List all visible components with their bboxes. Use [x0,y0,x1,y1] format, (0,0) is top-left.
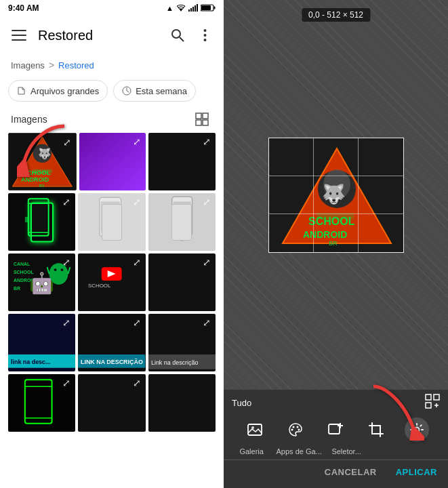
svg-text:LINK NA DESCRIÇÃO: LINK NA DESCRIÇÃO [81,359,143,365]
search-button[interactable] [164,22,191,49]
status-bar: 9:40 AM ▲ [0,0,224,16]
grid-cell-12[interactable]: Link na descrição ⤢ [148,314,216,371]
breadcrumb-current[interactable]: Restored [58,60,94,70]
svg-text:BR: BR [39,184,44,188]
grid-cell-3[interactable]: ⤢ [148,133,216,190]
gallery-icon-button[interactable] [243,418,267,442]
grid-cell-14[interactable]: ⤢ [78,374,145,432]
menu-button[interactable] [5,22,33,49]
grid-row-2: ⤢ ⤢ ⤢ [8,193,216,251]
right-panel: 0,0 - 512 × 512 SCHOOL ANDROID BR 🐺 [224,0,448,488]
svg-rect-21 [203,120,208,125]
expand-icon-10[interactable]: ⤢ [60,317,73,329]
svg-text:BR: BR [14,286,20,291]
left-panel: 9:40 AM ▲ [0,0,224,488]
selector-label[interactable]: Seletor... [326,447,367,455]
grid-cell-11[interactable]: LINK NA DESCRIÇÃO ⤢ [78,314,145,371]
expand-icon-14[interactable]: ⤢ [131,377,143,389]
svg-point-14 [203,29,206,32]
svg-point-81 [291,429,293,431]
expand-icon-3[interactable]: ⤢ [201,136,213,148]
grid-cell-2[interactable]: ⤢ [79,133,146,190]
expand-icon-1[interactable]: ⤢ [61,136,73,148]
svg-rect-18 [196,113,201,119]
svg-line-49 [47,267,49,274]
svg-text:BR: BR [329,240,338,247]
grid-cell-6[interactable]: ⤢ [148,193,216,251]
svg-rect-40 [173,201,190,231]
svg-rect-74 [426,394,431,400]
svg-rect-10 [12,35,26,36]
svg-rect-75 [434,394,439,400]
app-bar-actions [164,22,218,49]
svg-point-16 [203,39,206,41]
grid-cell-1[interactable]: SCHOOL ANDROID BR 🐺 ⤢ [8,133,77,190]
chip-large-files-label: Arquivos grandes [30,86,99,96]
svg-rect-37 [101,201,120,232]
grid-cell-5[interactable]: ⤢ [78,193,145,251]
svg-rect-34 [30,205,47,231]
svg-rect-7 [201,5,211,10]
settings-icon-button[interactable] [405,418,429,442]
svg-rect-31 [28,199,49,236]
svg-rect-72 [317,213,354,220]
svg-rect-9 [12,30,26,31]
expand-icon-5[interactable]: ⤢ [131,196,143,208]
svg-text:link na desc...: link na desc... [11,359,51,365]
svg-point-84 [298,429,300,431]
chip-this-week[interactable]: Esta semana [113,80,196,102]
chip-this-week-label: Esta semana [136,86,187,96]
svg-rect-76 [426,403,431,408]
expand-toolbar-icon[interactable] [425,394,440,412]
grid-cell-15[interactable] [148,374,216,432]
expand-icon-9[interactable]: ⤢ [201,256,213,268]
grid-cell-10[interactable]: link na desc... ⤢ [8,314,75,371]
crop-icon-button[interactable] [364,418,388,442]
svg-point-47 [54,268,57,271]
grid-cell-8[interactable]: SCHOOL ⤢ [78,253,145,311]
svg-rect-79 [248,424,262,435]
svg-rect-5 [197,4,198,12]
canvas-dimensions: 0,0 - 512 × 512 [302,8,370,22]
crop-container: SCHOOL ANDROID BR 🐺 [268,138,404,253]
bottom-toolbar: Tudo [224,390,448,488]
grid-cell-13[interactable]: ⤢ [8,374,75,432]
grid-row-1: SCHOOL ANDROID BR 🐺 ⤢ ⤢ ⤢ [8,133,216,190]
grid-cell-7[interactable]: CANAL SCHOOL ANDROID BR ⤢ [8,253,75,311]
add-image-icon-button[interactable] [323,418,348,442]
svg-text:ANDROID: ANDROID [21,176,49,183]
toolbar-top-row: Tudo [224,390,448,415]
toolbar-icons-row [224,415,448,446]
grid-cell-4[interactable]: ⤢ [8,193,75,251]
svg-point-38 [108,237,113,241]
svg-rect-36 [100,197,121,237]
gallery-label[interactable]: Galeria [231,447,272,455]
svg-text:SCHOOL: SCHOOL [88,283,111,289]
app-bar: Restored [0,16,224,54]
canvas-area: 0,0 - 512 × 512 SCHOOL ANDROID BR 🐺 [224,0,448,390]
breadcrumb-root[interactable]: Imagens [11,60,45,70]
expand-icon-2[interactable]: ⤢ [131,136,143,148]
apps-label[interactable]: Apps de Ga... [277,447,322,455]
grid-toggle-button[interactable] [191,108,213,130]
expand-icon-13[interactable]: ⤢ [60,377,73,389]
expand-icon-8[interactable]: ⤢ [131,256,143,268]
expand-icon-11[interactable]: ⤢ [131,317,143,329]
tab-tudo[interactable]: Tudo [232,395,251,411]
cancel-button[interactable]: CANCELAR [322,463,380,481]
more-button[interactable] [191,22,218,49]
svg-point-41 [180,237,184,241]
svg-point-48 [60,268,63,271]
apply-button[interactable]: APLICAR [393,463,440,481]
palette-icon-button[interactable] [283,418,308,442]
chip-large-files[interactable]: Arquivos grandes [8,80,108,102]
svg-rect-30 [33,169,52,174]
expand-icon-6[interactable]: ⤢ [201,196,213,208]
toolbar-actions: CANCELAR APLICAR [224,460,448,485]
expand-icon-12[interactable]: ⤢ [201,317,213,329]
expand-icon-4[interactable]: ⤢ [60,196,73,208]
grid-cell-9[interactable]: ⤢ [148,253,216,311]
svg-point-83 [296,426,298,428]
svg-line-13 [180,37,184,41]
expand-icon-7[interactable]: ⤢ [60,256,73,268]
